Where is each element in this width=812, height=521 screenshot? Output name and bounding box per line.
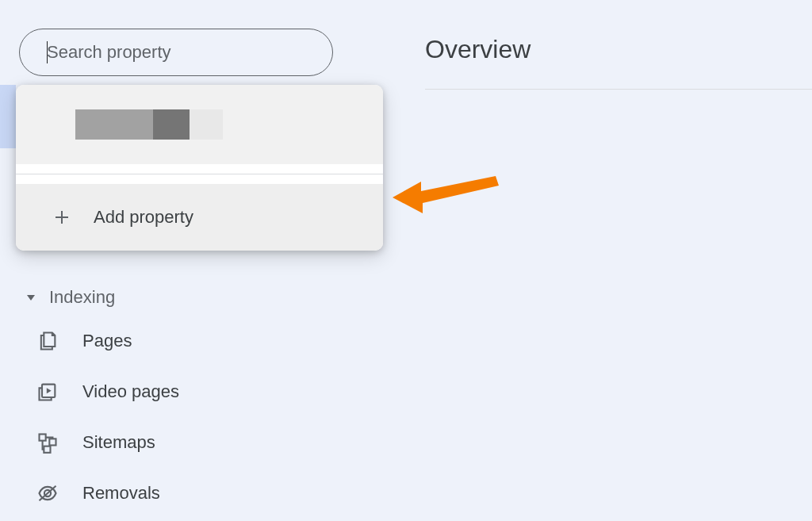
nav-item-label: Video pages (82, 381, 179, 402)
svg-marker-3 (393, 176, 499, 213)
add-property-label: Add property (94, 207, 193, 228)
redacted-property-name (75, 109, 153, 140)
pages-icon (36, 330, 59, 352)
redacted-property-name (190, 109, 223, 140)
nav-item-pages[interactable]: Pages (19, 316, 312, 366)
svg-rect-7 (40, 435, 46, 441)
property-dropdown-panel: Add property (16, 85, 383, 251)
nav-item-removals[interactable]: Removals (19, 468, 312, 519)
search-input[interactable] (19, 29, 333, 76)
text-cursor (47, 41, 48, 63)
svg-marker-6 (47, 388, 52, 393)
plus-icon (52, 208, 71, 227)
removals-icon (36, 482, 59, 504)
search-container (19, 29, 333, 76)
title-divider (425, 89, 812, 90)
nav-item-label: Sitemaps (82, 432, 155, 453)
nav-item-label: Removals (82, 483, 160, 504)
nav-item-sitemaps[interactable]: Sitemaps (19, 417, 312, 468)
nav-item-label: Pages (82, 331, 132, 351)
indexing-section-header[interactable]: Indexing (19, 279, 312, 316)
indexing-header-label: Indexing (49, 287, 115, 308)
svg-rect-8 (49, 439, 56, 445)
selected-indicator-bar (0, 85, 16, 148)
indexing-section: Indexing Pages Video pages (19, 279, 312, 519)
page-title: Overview (425, 35, 530, 64)
sitemaps-icon (36, 431, 59, 454)
video-pages-icon (36, 381, 59, 403)
caret-down-icon (25, 292, 36, 303)
svg-rect-9 (44, 446, 50, 453)
add-property-button[interactable]: Add property (16, 184, 383, 251)
divider (16, 174, 383, 174)
redacted-property-name (153, 109, 190, 140)
nav-item-video-pages[interactable]: Video pages (19, 366, 312, 417)
annotation-arrow (393, 174, 504, 224)
svg-marker-4 (27, 295, 35, 301)
property-item[interactable] (16, 85, 383, 164)
